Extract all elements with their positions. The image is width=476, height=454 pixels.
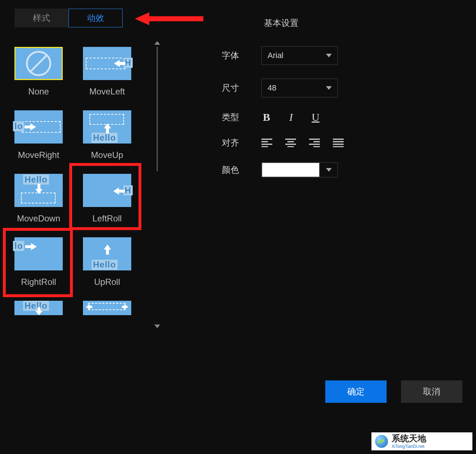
effect-moveright[interactable]: lo MoveRight xyxy=(14,110,65,160)
chevron-down-icon xyxy=(326,86,332,90)
field-font: 字体 Arial xyxy=(222,46,366,65)
scroll-up-icon[interactable] xyxy=(154,41,160,45)
effect-movedown[interactable]: Hello MoveDown xyxy=(14,174,65,224)
chevron-down-icon xyxy=(326,54,332,57)
chevron-down-icon xyxy=(326,168,332,172)
svg-marker-7 xyxy=(35,307,43,315)
italic-button[interactable]: I xyxy=(286,111,296,123)
field-align: 对齐 xyxy=(222,137,366,149)
field-type: 类型 B I U xyxy=(222,111,366,123)
effect-label: MoveUp xyxy=(83,150,131,160)
bold-button[interactable]: B xyxy=(261,111,272,123)
underline-button[interactable]: U xyxy=(310,111,321,123)
scroll-down-icon[interactable] xyxy=(154,325,160,328)
effect-rightroll[interactable]: lo RightRoll xyxy=(14,237,65,287)
svg-marker-5 xyxy=(25,243,37,250)
svg-marker-4 xyxy=(113,188,125,195)
effect-moveleft[interactable]: H MoveLeft xyxy=(83,47,133,97)
effect-label: MoveRight xyxy=(14,150,63,160)
effect-horizroll-partial[interactable] xyxy=(83,301,133,315)
effect-uproll[interactable]: Hello UpRoll xyxy=(83,237,133,287)
effect-label: RightRoll xyxy=(14,277,63,287)
font-label: 字体 xyxy=(222,50,261,61)
watermark-line2: XiTongTianDi.net xyxy=(392,444,426,449)
watermark: 系统天地 XiTongTianDi.net xyxy=(371,432,472,450)
font-select[interactable]: Arial xyxy=(261,46,338,65)
color-dropdown[interactable] xyxy=(319,163,338,177)
left-panel: 样式 动效 None H xyxy=(0,0,173,329)
size-label: 尺寸 xyxy=(222,82,261,94)
effect-label: MoveLeft xyxy=(83,87,131,97)
right-panel: 基本设置 字体 Arial 尺寸 48 类型 B I U 对齐 xyxy=(222,17,366,191)
effect-leftroll[interactable]: H LeftRoll xyxy=(83,174,133,224)
effect-label: UpRoll xyxy=(83,277,131,287)
effect-label: MoveDown xyxy=(14,213,63,224)
cancel-button[interactable]: 取消 xyxy=(401,380,462,403)
globe-icon xyxy=(375,435,388,448)
size-value: 48 xyxy=(268,83,276,93)
svg-marker-0 xyxy=(114,60,125,67)
font-value: Arial xyxy=(268,51,283,60)
color-picker[interactable] xyxy=(261,162,338,177)
field-size: 尺寸 48 xyxy=(222,79,366,97)
svg-marker-6 xyxy=(104,244,111,255)
align-right-button[interactable] xyxy=(309,138,320,147)
svg-marker-1 xyxy=(25,123,36,131)
align-left-button[interactable] xyxy=(261,138,272,147)
color-swatch xyxy=(262,163,319,177)
tab-style[interactable]: 样式 xyxy=(14,9,69,27)
svg-marker-2 xyxy=(104,123,111,133)
panel-title: 基本设置 xyxy=(222,17,341,29)
effect-label: LeftRoll xyxy=(83,213,131,224)
watermark-line1: 系统天地 xyxy=(392,433,426,444)
effect-downroll-partial[interactable]: Hello xyxy=(14,301,65,315)
effect-none[interactable]: None xyxy=(14,47,65,97)
app-root: 样式 动效 None H xyxy=(0,0,476,454)
none-icon xyxy=(26,51,51,76)
type-label: 类型 xyxy=(222,111,261,123)
svg-marker-9 xyxy=(122,304,128,309)
svg-marker-8 xyxy=(86,304,92,309)
color-label: 颜色 xyxy=(222,164,261,176)
tabs: 样式 动效 xyxy=(14,9,173,27)
ok-button[interactable]: 确定 xyxy=(325,380,387,403)
effects-grid: None H MoveLeft xyxy=(14,47,148,315)
effect-moveup[interactable]: Hello MoveUp xyxy=(83,110,133,160)
svg-marker-3 xyxy=(35,184,43,194)
field-color: 颜色 xyxy=(222,162,366,177)
align-label: 对齐 xyxy=(222,137,261,149)
effect-label: None xyxy=(14,87,63,97)
scrollbar[interactable] xyxy=(157,47,158,171)
size-select[interactable]: 48 xyxy=(261,79,338,97)
tab-effect[interactable]: 动效 xyxy=(69,9,123,27)
align-justify-button[interactable] xyxy=(333,138,344,147)
align-center-button[interactable] xyxy=(285,138,296,147)
footer-buttons: 确定 取消 xyxy=(325,380,462,403)
